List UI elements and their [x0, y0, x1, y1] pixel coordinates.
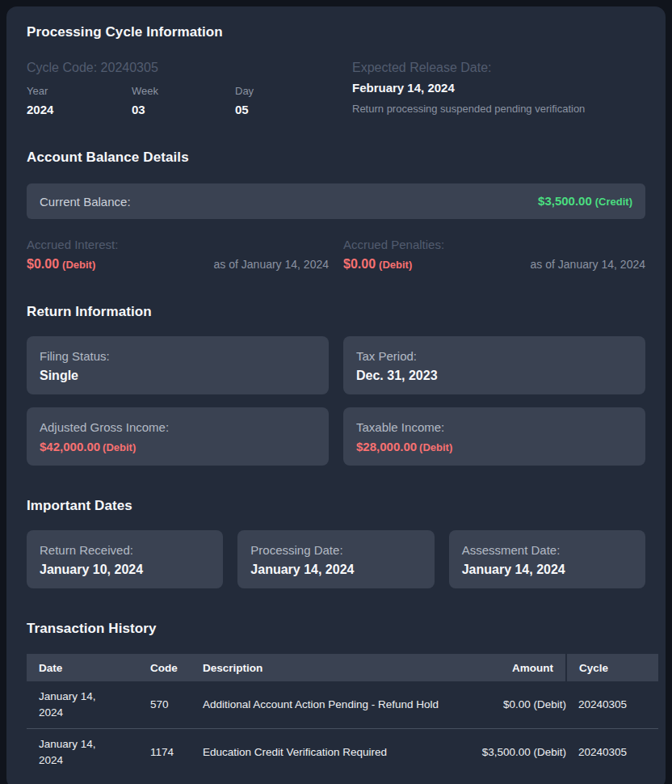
- week-value: 03: [132, 102, 235, 117]
- accrued-penalties-suffix: (Debit): [379, 259, 412, 271]
- accrued-penalties-line: $0.00(Debit) as of January 14, 2024: [343, 257, 645, 272]
- taxable-income-value: $28,000.00(Debit): [356, 439, 632, 456]
- section-important-dates: Important Dates Return Received: January…: [27, 498, 645, 588]
- accrued-penalties-block: Accrued Penalties: $0.00(Debit) as of Ja…: [343, 237, 645, 272]
- day-value: 05: [235, 102, 352, 117]
- section-title-important-dates: Important Dates: [27, 498, 645, 514]
- processing-date-label: Processing Date:: [250, 542, 421, 558]
- section-title-return-information: Return Information: [27, 304, 645, 320]
- accrued-grid: Accrued Interest: $0.00(Debit) as of Jan…: [27, 237, 645, 272]
- agi-amount: $42,000.00: [40, 440, 100, 453]
- filing-status-card: Filing Status: Single: [27, 336, 329, 394]
- accrued-penalties-as-of: as of January 14, 2024: [531, 258, 645, 271]
- agi-value: $42,000.00(Debit): [40, 439, 316, 456]
- tx-description-cell: Education Credit Verification Required: [191, 729, 441, 777]
- taxable-income-card: Taxable Income: $28,000.00(Debit): [343, 407, 645, 466]
- tx-description: Additional Account Action Pending - Refu…: [203, 697, 439, 713]
- agi-label: Adjusted Gross Income:: [40, 419, 316, 435]
- return-received-value: January 10, 2024: [40, 562, 210, 578]
- accrued-interest-label: Accrued Interest:: [27, 237, 329, 252]
- accrued-interest-as-of: as of January 14, 2024: [214, 258, 329, 271]
- cycle-day: Day 05: [235, 85, 352, 117]
- tx-code-cell: 570: [138, 681, 191, 729]
- cycle-year: Year 2024: [27, 85, 132, 117]
- tx-amount-cell: $3,500.00 (Debit): [441, 729, 566, 777]
- section-return-information: Return Information Filing Status: Single…: [27, 304, 645, 466]
- section-title-processing-cycle: Processing Cycle Information: [27, 24, 645, 40]
- tax-period-card: Tax Period: Dec. 31, 2023: [343, 336, 645, 394]
- tx-date: January 14, 2024: [39, 736, 116, 769]
- tx-date: January 14, 2024: [39, 689, 116, 721]
- tx-cycle-cell: 20240305: [566, 729, 658, 777]
- year-label: Year: [27, 85, 132, 98]
- column-header-code: Code: [138, 654, 191, 681]
- return-received-label: Return Received:: [40, 542, 210, 558]
- tx-date-cell: January 14, 2024: [27, 729, 138, 777]
- accrued-penalties-value: $0.00(Debit): [343, 257, 412, 272]
- processing-date-value: January 14, 2024: [250, 562, 421, 578]
- filing-status-value: Single: [40, 368, 316, 384]
- processing-date-card: Processing Date: January 14, 2024: [237, 530, 434, 588]
- year-value: 2024: [27, 102, 132, 117]
- transcript-panel: Processing Cycle Information Cycle Code:…: [6, 6, 666, 784]
- cycle-week: Week 03: [132, 85, 235, 117]
- table-row: January 14, 2024 570 Additional Account …: [27, 681, 658, 729]
- section-account-balance: Account Balance Details Current Balance:…: [27, 150, 645, 272]
- release-note: Return processing suspended pending veri…: [352, 102, 645, 116]
- filing-status-label: Filing Status:: [40, 348, 316, 364]
- current-balance-suffix: (Credit): [595, 196, 632, 208]
- column-header-amount: Amount: [441, 654, 566, 681]
- current-balance-row: Current Balance: $3,500.00(Credit): [27, 183, 645, 219]
- processing-cycle-grid: Cycle Code: 20240305 Year 2024 Week 03 D…: [27, 60, 645, 117]
- assessment-date-card: Assessment Date: January 14, 2024: [449, 530, 645, 588]
- tx-cycle-cell: 20240305: [566, 681, 658, 729]
- table-header-row: Date Code Description Amount Cycle: [27, 654, 658, 681]
- column-header-date: Date: [27, 654, 138, 681]
- column-header-description: Description: [191, 654, 441, 681]
- expected-release-label: Expected Release Date:: [352, 60, 645, 76]
- section-title-account-balance: Account Balance Details: [27, 150, 645, 166]
- table-row: January 14, 2024 1174 Education Credit V…: [27, 729, 658, 777]
- section-title-transaction-history: Transaction History: [27, 621, 645, 637]
- accrued-interest-suffix: (Debit): [62, 259, 95, 271]
- accrued-penalties-amount: $0.00: [343, 257, 376, 271]
- tx-code-cell: 1174: [138, 729, 191, 777]
- expected-release-date: February 14, 2024: [352, 80, 645, 95]
- week-label: Week: [132, 85, 235, 98]
- accrued-interest-amount: $0.00: [27, 257, 59, 271]
- assessment-date-label: Assessment Date:: [462, 542, 632, 558]
- taxable-income-suffix: (Debit): [419, 441, 452, 453]
- section-processing-cycle: Processing Cycle Information Cycle Code:…: [27, 24, 645, 117]
- transaction-table-header: Date Code Description Amount Cycle: [27, 654, 658, 681]
- assessment-date-value: January 14, 2024: [462, 562, 632, 578]
- cycle-code-label: Cycle Code: 20240305: [27, 60, 352, 76]
- tx-description-cell: Additional Account Action Pending - Refu…: [191, 681, 441, 729]
- year-week-day-row: Year 2024 Week 03 Day 05: [27, 85, 352, 117]
- tax-period-value: Dec. 31, 2023: [356, 368, 632, 384]
- tx-date-cell: January 14, 2024: [27, 681, 138, 729]
- important-dates-grid: Return Received: January 10, 2024 Proces…: [27, 530, 645, 588]
- return-info-grid: Filing Status: Single Tax Period: Dec. 3…: [27, 336, 645, 466]
- day-label: Day: [235, 85, 352, 98]
- accrued-penalties-label: Accrued Penalties:: [343, 237, 645, 252]
- accrued-interest-block: Accrued Interest: $0.00(Debit) as of Jan…: [27, 237, 329, 272]
- tx-description: Education Credit Verification Required: [203, 744, 387, 761]
- expected-release-block: Expected Release Date: February 14, 2024…: [352, 60, 645, 117]
- transaction-table: Date Code Description Amount Cycle Janua…: [27, 654, 658, 776]
- tax-period-label: Tax Period:: [356, 348, 632, 364]
- accrued-interest-line: $0.00(Debit) as of January 14, 2024: [27, 257, 329, 272]
- accrued-interest-value: $0.00(Debit): [27, 257, 95, 272]
- section-transaction-history: Transaction History Date Code Descriptio…: [27, 621, 645, 776]
- column-header-cycle: Cycle: [566, 654, 658, 681]
- taxable-income-label: Taxable Income:: [356, 419, 632, 435]
- agi-suffix: (Debit): [103, 441, 136, 453]
- tx-amount-cell: $0.00 (Debit): [441, 681, 566, 729]
- return-received-card: Return Received: January 10, 2024: [27, 530, 223, 588]
- current-balance-value: $3,500.00(Credit): [538, 194, 632, 209]
- agi-card: Adjusted Gross Income: $42,000.00(Debit): [27, 407, 329, 466]
- current-balance-amount: $3,500.00: [538, 194, 592, 208]
- current-balance-label: Current Balance:: [40, 195, 131, 209]
- cycle-code-block: Cycle Code: 20240305 Year 2024 Week 03 D…: [27, 60, 352, 117]
- taxable-income-amount: $28,000.00: [356, 440, 417, 453]
